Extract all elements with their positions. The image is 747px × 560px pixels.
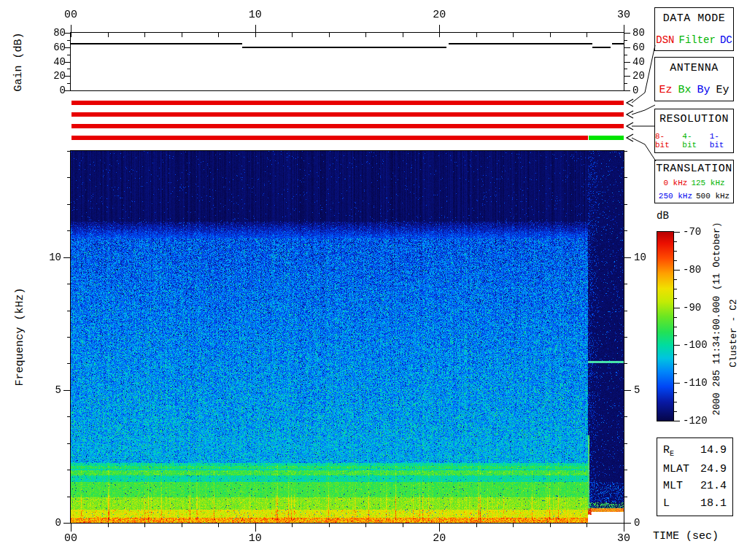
status-bar-antenna: [71, 112, 624, 117]
legend-box-data-mode: DATA MODEDSNFilterDC: [654, 7, 734, 51]
info-row-mlat: MLAT 24.9: [663, 463, 727, 475]
gain-ytick-label-right: 20: [632, 71, 645, 82]
bottom-time-tick-label: 30: [611, 533, 637, 545]
legend-item-0-khz: 0 kHz: [663, 179, 687, 187]
frequency-axis-label: Frequency (kHz): [15, 282, 26, 392]
colorbar-tick-label: -90: [683, 303, 701, 314]
legend-item-dc: DC: [720, 34, 732, 46]
legend-item-4-bit: 4-bit: [682, 132, 705, 149]
colorbar-tick-label: -80: [683, 265, 701, 276]
info-value-l: 18.1: [700, 497, 727, 510]
colorbar: [657, 232, 673, 421]
info-label-re: RE: [663, 444, 674, 458]
bottom-time-tick-label: 20: [426, 533, 452, 545]
legend-item-filter: Filter: [678, 34, 715, 46]
legend-item-ez: Ez: [659, 84, 672, 96]
legend-title-translation: TRANSLATION: [656, 163, 732, 175]
colorbar-unit-label: dB: [657, 211, 669, 222]
status-bar-translation: [589, 136, 624, 140]
freq-ytick-label-right: 10: [634, 252, 646, 263]
time-axis-label: TIME (sec): [653, 531, 719, 542]
legend-title-data-mode: DATA MODE: [663, 12, 726, 25]
colorbar-tick-label: -100: [683, 340, 708, 351]
freq-ytick-label: 0: [42, 518, 61, 529]
gain-ytick-label: 80: [44, 28, 66, 39]
info-row-l: L 18.1: [663, 497, 727, 510]
info-value-mlat: 24.9: [700, 463, 727, 475]
freq-ytick-label-right: 0: [634, 518, 640, 529]
gain-ytick-label-right: 80: [632, 28, 645, 39]
legend-row: DSNFilterDC: [656, 34, 732, 46]
status-bar-translation: [71, 136, 588, 140]
top-time-tick-label: 10: [242, 9, 268, 21]
info-label-mlat: MLAT: [663, 463, 689, 475]
freq-ytick-label: 5: [42, 385, 61, 396]
info-label-mlt: MLT: [663, 480, 683, 492]
top-time-tick-label: 00: [58, 9, 84, 21]
legend-box-antenna: ANTENNAEzBxByEy: [654, 57, 734, 101]
legend-box-resolution: RESOLUTION8-bit4-bit1-bit: [654, 109, 734, 153]
freq-ytick-label-right: 5: [634, 385, 640, 396]
colorbar-tick-label: -120: [683, 416, 708, 427]
bottom-time-tick-label: 00: [58, 533, 84, 545]
legend-row: 8-bit4-bit1-bit: [655, 132, 733, 149]
legend-item-dsn: DSN: [656, 34, 674, 46]
gain-ytick-label: 0: [44, 85, 66, 96]
gain-axis-label: Gain (dB): [13, 29, 25, 95]
legend-title-resolution: RESOLUTION: [659, 113, 729, 125]
info-value-mlt: 21.4: [700, 480, 727, 492]
legend-title-antenna: ANTENNA: [670, 62, 719, 74]
legend-box-translation: TRANSLATION0 kHz125 kHz250 kHz500 kHz: [654, 160, 734, 203]
gain-ytick-label: 60: [44, 42, 66, 53]
legend-item-250-khz: 250 kHz: [659, 192, 692, 201]
legend-item-500-khz: 500 kHz: [696, 192, 729, 201]
gain-ytick-label: 20: [44, 71, 66, 82]
gain-ytick-label-right: 0: [632, 85, 638, 96]
bottom-time-tick-label: 10: [242, 533, 268, 545]
spacecraft-annotation: Cluster - C2: [729, 297, 739, 370]
wbd-spectrogram-display: Gain (dB) Frequency (kHz) dB 2000 285 11…: [0, 0, 747, 560]
spectrogram-canvas: [71, 151, 624, 523]
freq-ytick-label: 10: [42, 252, 61, 263]
datetime-annotation: 2000 285 11:34:00.000 (11 October): [712, 220, 722, 417]
top-time-tick-label: 20: [426, 9, 452, 21]
legend-row: 250 kHz500 kHz: [659, 192, 729, 201]
legend-item-bx: Bx: [678, 84, 691, 96]
gain-ytick-label-right: 60: [632, 42, 645, 53]
legend-item-1-bit: 1-bit: [710, 132, 733, 149]
info-label-l: L: [663, 497, 670, 510]
status-bar-data-mode: [71, 101, 624, 105]
gain-ytick-label: 40: [44, 57, 66, 68]
legend-item-ey: Ey: [716, 84, 729, 96]
top-time-tick-label: 30: [611, 9, 637, 21]
legend-row: EzBxByEy: [659, 84, 729, 96]
legend-item-125-khz: 125 kHz: [691, 179, 724, 187]
gain-ytick-label-right: 40: [632, 57, 645, 68]
colorbar-tick-label: -110: [683, 378, 708, 389]
status-bar-resolution: [71, 124, 624, 128]
legend-item-8-bit: 8-bit: [655, 132, 678, 149]
info-row-re: RE 14.9: [663, 444, 727, 458]
info-value-re: 14.9: [700, 444, 727, 458]
legend-row: 0 kHz125 kHz: [663, 179, 724, 187]
info-row-mlt: MLT 21.4: [663, 480, 727, 492]
ephemeris-info-box: RE 14.9 MLAT 24.9 MLT 21.4 L 18.1: [657, 438, 733, 516]
colorbar-tick-label: -70: [683, 227, 701, 238]
legend-item-by: By: [697, 84, 711, 96]
